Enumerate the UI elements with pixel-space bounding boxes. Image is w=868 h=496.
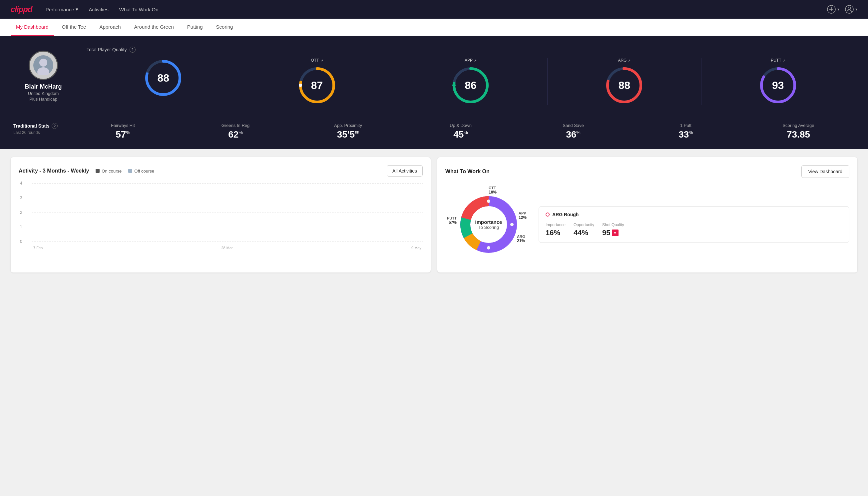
- bar-empty: [252, 241, 275, 242]
- stat-fairways-hit: Fairways Hit 57%: [67, 123, 179, 140]
- stat-value-updown: 45%: [453, 129, 468, 140]
- stat-value-oneputt: 33%: [678, 129, 693, 140]
- donut-label1: Importance: [475, 219, 502, 225]
- wtwo-title: What To Work On: [445, 169, 490, 174]
- all-activities-button[interactable]: All Activities: [387, 165, 423, 176]
- trad-stats-subtitle: Last 20 rounds: [13, 130, 67, 135]
- bar-empty: [106, 241, 129, 242]
- tab-around-the-green[interactable]: Around the Green: [129, 19, 179, 36]
- main-content: Activity - 3 Months - Weekly On course O…: [0, 149, 868, 280]
- gauge-value-app: 86: [464, 79, 477, 92]
- stat-scoring-average: Scoring Average 73.85: [742, 123, 855, 140]
- activity-chart-header: Activity - 3 Months - Weekly On course O…: [19, 165, 423, 176]
- nav-links: Performance ▾ Activities What To Work On: [46, 6, 814, 12]
- tab-scoring[interactable]: Scoring: [211, 19, 238, 36]
- donut-arg-label: ARG 21%: [517, 234, 525, 243]
- top-nav: clippd Performance ▾ Activities What To …: [0, 0, 868, 19]
- arg-rough-card: ARG Rough Importance 16% Opportunity 44%…: [539, 206, 849, 243]
- arg-rough-title: ARG Rough: [552, 212, 579, 217]
- nav-activities[interactable]: Activities: [89, 6, 109, 12]
- stat-value-scoring: 73.85: [787, 129, 810, 140]
- hero-section: Blair McHarg United Kingdom Plus Handica…: [0, 36, 868, 116]
- legend-on-course: On course: [96, 169, 122, 173]
- stat-one-putt: 1 Putt 33%: [630, 123, 742, 140]
- arrow-icon: ↗: [320, 59, 323, 62]
- bar-empty: [398, 241, 421, 242]
- gauge-ring-app: 86: [451, 65, 491, 105]
- on-course-dot: [96, 169, 99, 173]
- wtwo-body: Importance To Scoring PUTT 57% OTT 10% A…: [445, 185, 849, 264]
- svg-point-4: [39, 59, 47, 67]
- avatar: [29, 51, 58, 80]
- gauge-ott: OTT ↗ 87: [240, 58, 394, 105]
- donut-putt-label: PUTT 57%: [445, 216, 457, 225]
- arrow-icon-putt: ↗: [783, 59, 785, 62]
- stat-value-sandsave: 36%: [566, 129, 581, 140]
- traditional-stats-section: Traditional Stats ? Last 20 rounds Fairw…: [0, 116, 868, 149]
- bar-empty: [301, 241, 324, 242]
- donut-app-label: APP 12%: [519, 211, 526, 220]
- tab-my-dashboard[interactable]: My Dashboard: [11, 19, 54, 36]
- wtwo-metrics: Importance 16% Opportunity 44% Shot Qual…: [546, 222, 842, 237]
- bar-group: [82, 241, 105, 242]
- tpq-help-icon[interactable]: ?: [129, 47, 136, 52]
- legend-off-course: Off course: [128, 169, 154, 173]
- gauge-ring-arg: 88: [604, 65, 644, 105]
- donut-chart-container: Importance To Scoring PUTT 57% OTT 10% A…: [445, 185, 532, 264]
- nav-what-to-work-on[interactable]: What To Work On: [119, 6, 159, 12]
- tab-off-the-tee[interactable]: Off the Tee: [57, 19, 92, 36]
- trad-stats-help-icon[interactable]: ?: [52, 123, 58, 129]
- bar-group: [106, 241, 129, 242]
- tab-putting[interactable]: Putting: [182, 19, 208, 36]
- player-country: United Kingdom: [28, 91, 59, 96]
- importance-value: 16%: [546, 229, 566, 237]
- gauge-app: APP ↗ 86: [394, 58, 548, 105]
- nav-actions: ▾ ▾: [827, 5, 857, 14]
- bar-group: [252, 241, 275, 242]
- x-label-may: 9 May: [411, 246, 421, 250]
- gauge-label-putt: PUTT ↗: [771, 58, 785, 63]
- shot-quality-value: 95 ▼: [602, 229, 624, 237]
- gauge-arg: ARG ↗ 88: [548, 58, 701, 105]
- trad-stats-title: Traditional Stats ?: [13, 123, 67, 129]
- donut-label2: To Scoring: [478, 225, 499, 230]
- stats-values: Fairways Hit 57% Greens In Reg 62% App. …: [67, 123, 855, 140]
- tab-approach[interactable]: Approach: [94, 19, 126, 36]
- gauge-ring-putt: 93: [758, 65, 798, 105]
- arrow-icon-arg: ↗: [628, 59, 631, 62]
- donut-ott-label: OTT 10%: [489, 186, 496, 195]
- user-menu-button[interactable]: ▾: [845, 5, 857, 14]
- gauge-ring-total: 88: [143, 58, 183, 98]
- wtwo-header: What To Work On View Dashboard: [445, 165, 849, 178]
- view-dashboard-button[interactable]: View Dashboard: [801, 165, 849, 178]
- stat-value-gir: 62%: [228, 129, 243, 140]
- sub-tabs: My Dashboard Off the Tee Approach Around…: [0, 19, 868, 36]
- trad-stats-label: Traditional Stats ? Last 20 rounds: [13, 123, 67, 135]
- chevron-down-icon: ▾: [837, 7, 839, 12]
- activity-chart-title: Activity - 3 Months - Weekly: [19, 168, 89, 174]
- gauge-label-arg: ARG ↗: [618, 58, 631, 63]
- x-label-feb: 7 Feb: [33, 246, 43, 250]
- stat-greens-in-reg: Greens In Reg 62%: [179, 123, 292, 140]
- add-button[interactable]: ▾: [827, 5, 839, 14]
- bar-group: [301, 241, 324, 242]
- gauge-value-putt: 93: [772, 79, 784, 92]
- gauges: 88 OTT ↗ 87: [86, 58, 855, 105]
- gauge-value-total: 88: [157, 72, 169, 84]
- chevron-down-icon: ▾: [855, 7, 857, 12]
- metric-importance: Importance 16%: [546, 222, 566, 237]
- metric-opportunity: Opportunity 44%: [573, 222, 594, 237]
- arg-rough-dot: [546, 213, 550, 217]
- activity-chart-card: Activity - 3 Months - Weekly On course O…: [11, 157, 431, 273]
- arrow-icon-app: ↗: [474, 59, 477, 62]
- tpq-section: Total Player Quality ? 88 OTT ↗: [86, 47, 855, 105]
- gauge-label-ott: OTT ↗: [311, 58, 323, 63]
- what-to-work-on-card: What To Work On View Dashboard: [437, 157, 857, 273]
- gauge-ring-ott: 87: [297, 65, 337, 105]
- player-info: Blair McHarg United Kingdom Plus Handica…: [13, 51, 73, 102]
- nav-performance[interactable]: Performance ▾: [46, 6, 78, 12]
- stat-value-fairways: 57%: [115, 129, 130, 140]
- stat-value-proximity: 35'5": [337, 129, 359, 140]
- activity-chart-area: 4 3 2 1 0 7 Feb 28 Mar 9 May: [19, 183, 423, 250]
- player-name: Blair McHarg: [25, 83, 62, 90]
